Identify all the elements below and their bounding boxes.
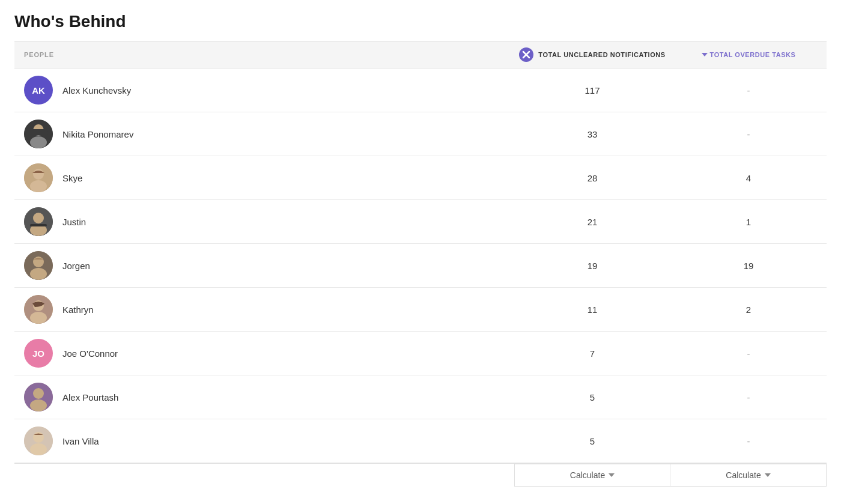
table-row: AK Alex Kunchevsky 117 - [14, 68, 827, 112]
table-row: Alex Pourtash 5 - [14, 375, 827, 419]
avatar [24, 120, 53, 148]
table-row: JO Joe O'Connor 7 - [14, 332, 827, 375]
table-row: Skye 28 4 [14, 156, 827, 200]
col-notifications-header: TOTAL UNCLEARED NOTIFICATIONS [514, 47, 670, 62]
notifications-value: 11 [514, 297, 670, 322]
svg-rect-7 [29, 129, 48, 135]
svg-point-10 [30, 180, 47, 192]
notifications-value: 28 [514, 166, 670, 190]
table-body: AK Alex Kunchevsky 117 - Nikita Ponomare… [14, 68, 827, 463]
svg-point-17 [30, 268, 47, 280]
avatar [24, 427, 53, 455]
col-overdue-header: TOTAL OVERDUE TASKS [670, 51, 827, 58]
avatar [24, 295, 53, 324]
table-row: Justin 21 1 [14, 200, 827, 244]
svg-point-12 [33, 213, 44, 223]
person-cell: Ivan Villa [14, 419, 514, 463]
calculate-overdue-button[interactable]: Calculate [670, 464, 827, 487]
person-name: Skye [62, 173, 82, 183]
overdue-value: 2 [670, 297, 827, 322]
person-name: Jorgen [62, 261, 90, 271]
person-cell: JO Joe O'Connor [14, 332, 514, 375]
notifications-value: 33 [514, 122, 670, 147]
svg-point-26 [30, 443, 47, 455]
avatar [24, 251, 53, 280]
footer-empty [14, 464, 514, 487]
person-name: Alex Pourtash [62, 392, 118, 402]
sort-icon [702, 53, 708, 56]
table-footer: Calculate Calculate [14, 463, 827, 487]
svg-point-23 [30, 399, 47, 411]
overdue-value: - [670, 78, 827, 103]
person-cell: Kathryn [14, 288, 514, 331]
overdue-value: 19 [670, 254, 827, 278]
overdue-value: - [670, 341, 827, 366]
svg-point-9 [33, 169, 44, 180]
overdue-value: 4 [670, 166, 827, 190]
table-row: Jorgen 19 19 [14, 244, 827, 288]
table-row: Kathryn 11 2 [14, 288, 827, 332]
person-cell: Jorgen [14, 244, 514, 287]
svg-point-22 [33, 388, 44, 399]
overdue-value: 1 [670, 210, 827, 234]
notifications-value: 5 [514, 429, 670, 454]
notifications-value: 7 [514, 341, 670, 366]
person-name: Ivan Villa [62, 436, 99, 446]
overdue-value: - [670, 122, 827, 147]
person-name: Justin [62, 217, 86, 227]
svg-point-20 [30, 312, 47, 324]
page-title: Who's Behind [14, 12, 827, 41]
chevron-down-icon [609, 473, 615, 477]
avatar: AK [24, 76, 53, 105]
calculate-notifications-button[interactable]: Calculate [514, 464, 670, 487]
svg-rect-14 [30, 224, 47, 226]
person-name: Alex Kunchevsky [62, 85, 131, 96]
person-name: Nikita Ponomarev [62, 129, 133, 139]
person-cell: Nikita Ponomarev [14, 112, 514, 156]
chevron-down-icon-2 [765, 473, 771, 477]
table-row: Ivan Villa 5 - [14, 419, 827, 463]
avatar [24, 383, 53, 411]
notifications-value: 19 [514, 254, 670, 278]
person-name: Kathryn [62, 305, 94, 315]
person-cell: AK Alex Kunchevsky [14, 68, 514, 112]
person-cell: Skye [14, 156, 514, 199]
person-name: Joe O'Connor [62, 348, 118, 359]
person-cell: Alex Pourtash [14, 375, 514, 419]
main-container: Who's Behind PEOPLE TOTAL UNCLEARED NOTI… [0, 0, 841, 487]
overdue-value: - [670, 429, 827, 454]
avatar: JO [24, 339, 53, 368]
svg-point-5 [30, 136, 47, 148]
notifications-value: 117 [514, 78, 670, 103]
table-row: Nikita Ponomarev 33 - [14, 112, 827, 156]
close-icon[interactable] [519, 47, 533, 62]
table-header: PEOPLE TOTAL UNCLEARED NOTIFICATIONS TOT… [14, 41, 827, 68]
col-people-header: PEOPLE [14, 51, 514, 58]
avatar [24, 207, 53, 236]
person-cell: Justin [14, 200, 514, 243]
overdue-value: - [670, 385, 827, 410]
avatar [24, 163, 53, 192]
notifications-value: 21 [514, 210, 670, 234]
notifications-value: 5 [514, 385, 670, 410]
whos-behind-table: PEOPLE TOTAL UNCLEARED NOTIFICATIONS TOT… [14, 41, 827, 487]
